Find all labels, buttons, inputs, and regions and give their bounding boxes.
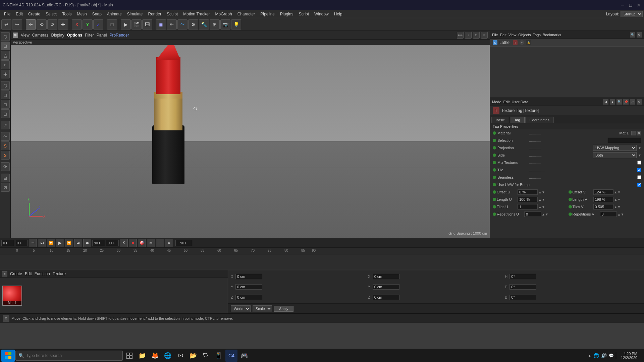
left-tool-11[interactable]: 〜	[1, 132, 10, 141]
menu-edit[interactable]: Edit	[13, 11, 25, 17]
prop-tilesu-arrow[interactable]: ▲▼	[538, 205, 545, 209]
motion-btn[interactable]: 🎯	[138, 239, 146, 247]
left-tool-14[interactable]: ⟳	[1, 162, 10, 171]
prop-uvwbump-indicator[interactable]	[493, 183, 496, 186]
props-left-arrow[interactable]: ◀	[603, 99, 608, 105]
prop-lengthu-input[interactable]	[518, 197, 538, 202]
lathe-lock-icon[interactable]: 🔒	[526, 40, 531, 45]
vt-cameras[interactable]: Cameras	[32, 33, 49, 38]
rotate-tool-button[interactable]: ↺	[47, 19, 57, 29]
menu-character[interactable]: Character	[235, 11, 258, 17]
goto-start-btn[interactable]: ⏮	[38, 239, 46, 247]
obj-objects-menu[interactable]: Objects	[518, 33, 531, 37]
volume-icon[interactable]: 🔊	[601, 353, 607, 358]
end-frame-input[interactable]	[92, 240, 105, 246]
world-select[interactable]: World	[231, 305, 251, 312]
apply-button[interactable]: Apply	[274, 306, 293, 312]
props-mode-btn[interactable]: Mode	[492, 100, 501, 104]
obj-tags-menu[interactable]: Tags	[533, 33, 541, 37]
grid-button[interactable]: ⊞	[210, 19, 220, 29]
left-tool-15[interactable]: ⊞	[1, 174, 10, 182]
vt-filter[interactable]: Filter	[85, 33, 94, 38]
mat-clear-btn[interactable]: ✕	[637, 131, 641, 135]
object-mode-button[interactable]: □	[107, 19, 117, 29]
prop-repv-indicator[interactable]	[569, 213, 572, 216]
left-tool-5[interactable]: ✚	[1, 70, 10, 78]
vt-options[interactable]: Options	[67, 33, 82, 38]
props-settings-icon[interactable]: ⚙	[637, 99, 642, 105]
left-tool-9[interactable]: ◻	[1, 109, 10, 118]
obj-view-menu[interactable]: View	[508, 33, 517, 37]
prop-tilesu-input[interactable]	[518, 204, 538, 209]
mail-taskbar-btn[interactable]: ✉	[174, 350, 186, 362]
firefox-taskbar-btn[interactable]: 🦊	[149, 350, 161, 362]
left-tool-3[interactable]: △	[1, 51, 10, 60]
notification-icon[interactable]: 💬	[609, 353, 614, 358]
app3-taskbar-btn[interactable]: 🎮	[238, 350, 250, 362]
prop-tilesv-arrow[interactable]: ▲▼	[614, 205, 621, 209]
key-btn[interactable]: K	[120, 239, 128, 247]
task-view-button[interactable]	[123, 350, 136, 362]
left-tool-1[interactable]: ⬡	[1, 32, 10, 41]
lathe-tag-icon[interactable]: T	[513, 40, 518, 45]
prop-seamless-indicator[interactable]	[493, 176, 496, 179]
tab-coordinates[interactable]: Coordinates	[525, 117, 554, 123]
lathe-row[interactable]: L Lathe T ● 🔒	[490, 39, 644, 47]
minimize-button[interactable]: ─	[620, 2, 625, 8]
coord-y2-input[interactable]	[373, 284, 399, 290]
menu-motion-tracker[interactable]: Motion Tracker	[180, 11, 212, 17]
prop-tile-checkbox[interactable]	[637, 168, 641, 172]
left-tool-13[interactable]: $	[1, 151, 10, 160]
prop-mixtex-checkbox[interactable]	[637, 161, 641, 165]
obj-edit-menu[interactable]: Edit	[500, 33, 506, 37]
prop-offsetv-arrow[interactable]: ▲▼	[614, 190, 621, 194]
prop-mixtex-indicator[interactable]	[493, 161, 496, 164]
viewport-3d[interactable]: X Y Z Grid Spacing : 1000 cm	[11, 45, 490, 238]
pen-button[interactable]: ✏	[167, 19, 177, 29]
vt-view[interactable]: View	[21, 33, 30, 38]
vp-close-button[interactable]: ✕	[481, 32, 488, 39]
start-frame-input[interactable]	[1, 240, 14, 246]
render-active-button[interactable]: 🎞	[142, 19, 152, 29]
prop-projection-select[interactable]: UVW Mapping	[593, 145, 637, 151]
coord-h-input[interactable]	[509, 274, 536, 279]
redo-button[interactable]: ↪	[12, 19, 22, 29]
coord-y-input[interactable]	[235, 284, 262, 290]
render-queue-button[interactable]: ▶	[121, 19, 131, 29]
prop-repu-input[interactable]	[524, 212, 541, 217]
props-edit-btn[interactable]: Edit	[503, 100, 510, 104]
menu-pipeline[interactable]: Pipeline	[258, 11, 277, 17]
vt-panel[interactable]: Panel	[97, 33, 107, 38]
field-button[interactable]: 🔦	[199, 19, 209, 29]
tab-tag[interactable]: Tag	[510, 117, 525, 123]
explorer-taskbar-btn[interactable]: 📁	[136, 350, 148, 362]
prop-side-indicator[interactable]	[493, 154, 496, 157]
prop-lengthv-input[interactable]	[593, 197, 613, 202]
app1-taskbar-btn[interactable]: 🛡	[200, 350, 212, 362]
prop-tilesu-indicator[interactable]	[493, 205, 496, 208]
coord-x2-input[interactable]	[373, 274, 399, 279]
current-frame-input[interactable]	[15, 240, 28, 246]
prev-frame-btn[interactable]: ⏪	[47, 239, 55, 247]
layout-dropdown[interactable]: Startup	[621, 11, 643, 17]
menu-select[interactable]: Select	[43, 11, 59, 17]
prop-lengthu-indicator[interactable]	[493, 198, 496, 201]
obj-settings-icon[interactable]: ⚙	[637, 32, 642, 38]
menu-file[interactable]: File	[1, 11, 13, 17]
mat-browse-btn[interactable]: ...	[631, 131, 636, 135]
prop-selection-indicator[interactable]	[493, 139, 496, 142]
camera-button[interactable]: 📷	[220, 19, 230, 29]
render-view-button[interactable]: 🎬	[131, 19, 142, 29]
menu-help[interactable]: Help	[331, 11, 345, 17]
systray-arrow[interactable]: ▲	[588, 354, 591, 358]
props-pin-icon[interactable]: 📌	[623, 99, 629, 105]
left-tool-7[interactable]: ◻	[1, 90, 10, 99]
play-btn[interactable]: ▶	[56, 239, 64, 247]
menu-plugins[interactable]: Plugins	[277, 11, 296, 17]
prop-lengthv-indicator[interactable]	[569, 198, 572, 201]
prop-repu-indicator[interactable]	[493, 213, 496, 216]
left-tool-8[interactable]: ◻	[1, 100, 10, 109]
menu-sculpt[interactable]: Sculpt	[164, 11, 180, 17]
menu-tools[interactable]: Tools	[59, 11, 74, 17]
files-taskbar-btn[interactable]: 📂	[187, 350, 199, 362]
